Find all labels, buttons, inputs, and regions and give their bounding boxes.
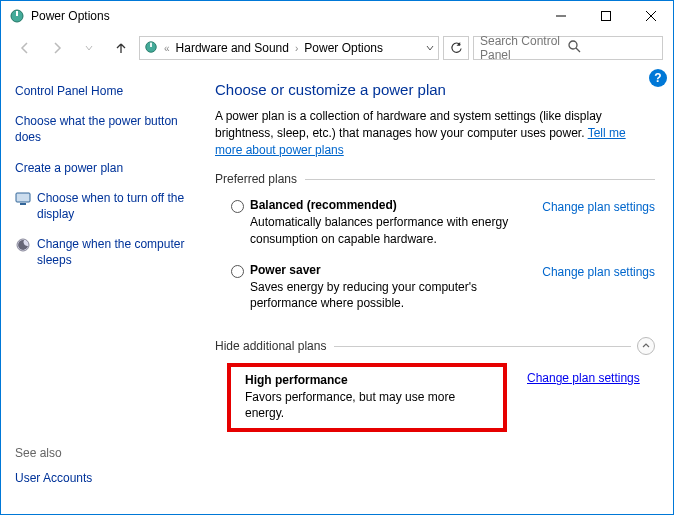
svg-rect-11 <box>20 203 26 205</box>
refresh-button[interactable] <box>443 36 469 60</box>
monitor-icon <box>15 191 31 207</box>
back-button[interactable] <box>11 34 39 62</box>
plan-high-row: High performance Favors performance, but… <box>215 363 655 431</box>
search-placeholder: Search Control Panel <box>480 34 568 62</box>
search-icon <box>568 40 656 56</box>
breadcrumb-part[interactable]: Hardware and Sound <box>176 41 289 55</box>
plan-saver-name[interactable]: Power saver <box>250 263 534 277</box>
choose-power-button-link[interactable]: Choose what the power button does <box>15 113 197 145</box>
plan-high-desc: Favors performance, but may use more ene… <box>245 389 495 421</box>
chevron-right-icon: « <box>164 43 170 54</box>
address-bar[interactable]: « Hardware and Sound › Power Options <box>139 36 439 60</box>
recent-dropdown[interactable] <box>75 34 103 62</box>
svg-rect-10 <box>16 193 30 202</box>
radio-saver[interactable] <box>231 265 244 278</box>
plan-balanced: Balanced (recommended) Automatically bal… <box>215 194 655 258</box>
change-settings-balanced[interactable]: Change plan settings <box>542 200 655 214</box>
minimize-button[interactable] <box>538 1 583 31</box>
see-also-section: See also User Accounts <box>15 446 92 500</box>
search-input[interactable]: Search Control Panel <box>473 36 663 60</box>
sidebar: Control Panel Home Choose what the power… <box>1 65 211 514</box>
change-settings-saver[interactable]: Change plan settings <box>542 265 655 279</box>
page-heading: Choose or customize a power plan <box>215 81 655 98</box>
page-description: A power plan is a collection of hardware… <box>215 108 655 158</box>
main-panel: ? Choose or customize a power plan A pow… <box>211 65 673 514</box>
plan-high-name[interactable]: High performance <box>245 373 495 387</box>
plan-saver-desc: Saves energy by reducing your computer's… <box>250 279 534 311</box>
sidebar-item-sleep: Change when the computer sleeps <box>15 236 197 268</box>
content-area: Control Panel Home Choose what the power… <box>1 65 673 514</box>
help-icon[interactable]: ? <box>649 69 667 87</box>
window-controls <box>538 1 673 31</box>
hide-additional-header[interactable]: Hide additional plans <box>215 337 655 355</box>
turn-off-display-link[interactable]: Choose when to turn off the display <box>37 190 197 222</box>
control-panel-home-link[interactable]: Control Panel Home <box>15 83 197 99</box>
address-dropdown[interactable] <box>426 44 434 52</box>
svg-rect-7 <box>150 42 152 46</box>
moon-icon <box>15 237 31 253</box>
svg-line-9 <box>576 48 580 52</box>
user-accounts-link[interactable]: User Accounts <box>15 470 92 486</box>
svg-rect-3 <box>601 12 610 21</box>
forward-button[interactable] <box>43 34 71 62</box>
plan-balanced-desc: Automatically balances performance with … <box>250 214 534 246</box>
close-button[interactable] <box>628 1 673 31</box>
breadcrumb-part[interactable]: Power Options <box>304 41 383 55</box>
preferred-plans-header: Preferred plans <box>215 172 655 186</box>
sidebar-item-display: Choose when to turn off the display <box>15 190 197 222</box>
power-options-icon <box>9 8 25 24</box>
svg-rect-1 <box>16 11 18 16</box>
plan-balanced-name[interactable]: Balanced (recommended) <box>250 198 534 212</box>
power-options-small-icon <box>144 40 158 57</box>
chevron-right-icon: › <box>295 43 298 54</box>
window-title: Power Options <box>31 9 538 23</box>
change-settings-high[interactable]: Change plan settings <box>527 371 640 385</box>
computer-sleeps-link[interactable]: Change when the computer sleeps <box>37 236 197 268</box>
collapse-icon[interactable] <box>637 337 655 355</box>
plan-saver: Power saver Saves energy by reducing you… <box>215 259 655 323</box>
create-power-plan-link[interactable]: Create a power plan <box>15 160 197 176</box>
svg-point-8 <box>569 41 577 49</box>
maximize-button[interactable] <box>583 1 628 31</box>
high-performance-highlight: High performance Favors performance, but… <box>227 363 507 431</box>
radio-balanced[interactable] <box>231 200 244 213</box>
up-button[interactable] <box>107 34 135 62</box>
titlebar: Power Options <box>1 1 673 31</box>
see-also-header: See also <box>15 446 92 460</box>
nav-toolbar: « Hardware and Sound › Power Options Sea… <box>1 31 673 65</box>
